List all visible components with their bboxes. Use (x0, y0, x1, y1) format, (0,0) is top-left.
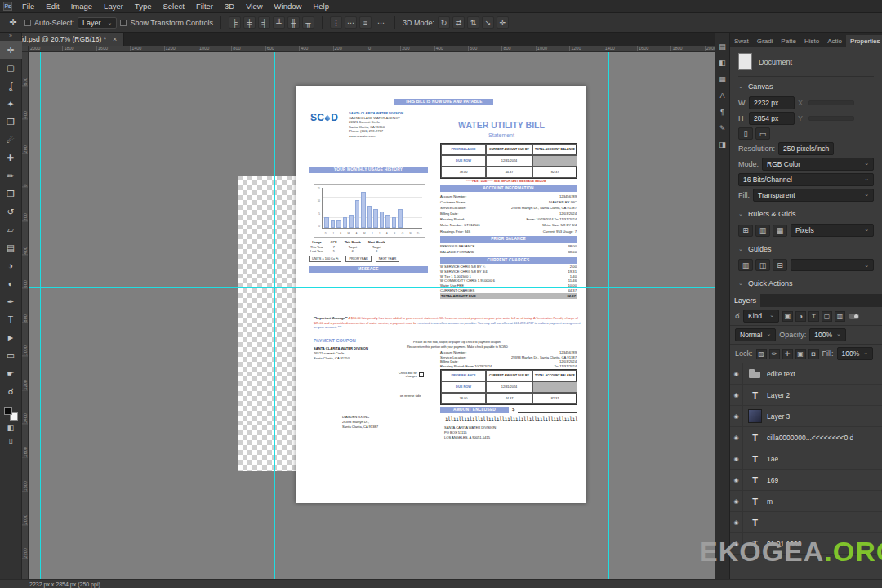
eyedropper-tool-icon[interactable]: ☄ (0, 131, 22, 149)
chevron-down-icon[interactable] (738, 83, 743, 90)
layer-visibility-eye-icon[interactable] (730, 363, 743, 384)
chevron-down-icon[interactable] (738, 280, 743, 287)
type-tool-icon[interactable]: T (0, 310, 22, 328)
menu-item[interactable]: Type (129, 2, 158, 11)
pen-tool-icon[interactable]: ✒ (0, 292, 22, 310)
distribute-even-icon[interactable]: ≡ (359, 16, 372, 29)
align-middle-icon[interactable]: ╫ (287, 16, 300, 29)
bit-depth-select[interactable]: 16 Bits/Channel (738, 173, 874, 186)
adjustments-panel-icon[interactable]: ✎ (719, 124, 726, 132)
dodge-tool-icon[interactable]: ◐ (0, 274, 22, 292)
menu-item[interactable]: 3D (219, 2, 240, 11)
menu-item[interactable]: Filter (190, 2, 219, 11)
landscape-orientation-icon[interactable]: ▭ (755, 127, 770, 140)
3d-scale-icon[interactable]: ✛ (497, 16, 509, 29)
layer-visibility-eye-icon[interactable] (730, 406, 743, 426)
opacity-field[interactable]: 100% (809, 328, 846, 341)
menu-item[interactable]: Layer (98, 2, 129, 11)
eraser-tool-icon[interactable]: ▱ (0, 220, 22, 238)
tab-gradients[interactable]: Gradi (753, 35, 777, 47)
foreground-color-swatch[interactable] (4, 407, 12, 415)
usage-button[interactable]: NEXT YEAR (376, 256, 399, 262)
character-panel-icon[interactable]: A (719, 91, 724, 100)
foreground-background-colors[interactable] (4, 407, 18, 421)
layer-row[interactable]: 169 (730, 470, 882, 491)
healing-brush-tool-icon[interactable]: ✚ (0, 149, 22, 167)
guide-vertical[interactable] (40, 52, 41, 579)
swatches-panel-icon[interactable]: ▤ (719, 42, 726, 51)
lock-artboard-icon[interactable]: ▣ (795, 349, 806, 359)
menu-item[interactable]: File (16, 2, 40, 11)
canvas-area[interactable]: THIS BILL IS NOW DUE AND PAYABLE SCD SAN… (29, 52, 715, 579)
filter-adjustment-layers-icon[interactable]: ◑ (795, 311, 806, 322)
more-options-icon[interactable]: ⋯ (375, 19, 387, 27)
canvas-height-field[interactable]: 2854 px (749, 112, 795, 125)
toggle-rulers-icon[interactable]: ▥ (755, 225, 770, 237)
history-brush-tool-icon[interactable]: ↺ (0, 203, 22, 220)
align-top-icon[interactable]: ╨ (273, 16, 285, 29)
blend-mode-select[interactable]: Normal (735, 328, 776, 341)
amount-entry-line[interactable] (518, 412, 577, 413)
align-center-h-icon[interactable]: ╪ (243, 16, 256, 29)
align-bottom-icon[interactable]: ╥ (302, 16, 314, 29)
menu-item[interactable]: Image (65, 2, 98, 11)
filter-smart-objects-icon[interactable]: ▥ (835, 311, 845, 322)
lock-transparency-icon[interactable]: ▨ (756, 349, 767, 359)
usage-button[interactable]: UNITS = 100 Cu Ft (309, 256, 341, 262)
resolution-field[interactable]: 250 pixels/inch (778, 142, 834, 155)
guide-vertical[interactable] (274, 52, 275, 579)
guide-horizontal[interactable] (29, 287, 715, 288)
path-selection-tool-icon[interactable]: ► (0, 328, 22, 346)
align-left-icon[interactable]: ╞ (229, 16, 241, 29)
3d-roll-icon[interactable]: ⇄ (452, 16, 465, 29)
portrait-orientation-icon[interactable]: ▯ (738, 127, 753, 140)
clone-stamp-tool-icon[interactable]: ❒ (0, 185, 22, 203)
blur-tool-icon[interactable]: ◑ (0, 256, 22, 274)
layer-fill-field[interactable]: 100% (837, 347, 874, 360)
menu-item[interactable]: Select (157, 2, 189, 11)
section-canvas[interactable]: Canvas (738, 77, 874, 94)
filter-shape-layers-icon[interactable]: ▢ (822, 311, 832, 322)
layer-row[interactable]: edite text (730, 363, 882, 385)
layer-visibility-eye-icon[interactable] (730, 448, 743, 469)
menu-item[interactable]: Edit (40, 2, 65, 11)
section-quick-actions[interactable]: Quick Actions (738, 274, 874, 291)
3d-slide-icon[interactable]: ↘ (482, 16, 494, 29)
libraries-panel-icon[interactable]: ◨ (719, 140, 726, 149)
auto-select-checkbox[interactable] (24, 20, 31, 26)
layer-row[interactable]: 01.01.1990 (730, 533, 882, 555)
layer-row[interactable]: Layer 2 (730, 385, 882, 406)
3d-orbit-icon[interactable]: ↻ (438, 16, 450, 29)
color-mode-select[interactable]: RGB Color (762, 158, 874, 171)
toggle-grid-icon[interactable]: ⊞ (738, 225, 753, 237)
gradients-panel-icon[interactable]: ◧ (719, 59, 726, 67)
filter-type-layers-icon[interactable]: T (808, 311, 819, 322)
move-tool-icon[interactable]: ✛ (0, 41, 22, 59)
quick-mask-icon[interactable]: ◧ (7, 424, 15, 437)
zoom-tool-icon[interactable]: ☌ (0, 382, 22, 400)
units-select[interactable]: Pixels (791, 224, 874, 237)
lock-all-icon[interactable]: ◘ (808, 349, 819, 359)
crop-tool-icon[interactable]: ❐ (0, 113, 22, 131)
bill-document[interactable]: THIS BILL IS NOW DUE AND PAYABLE SCD SAN… (296, 86, 586, 503)
align-right-icon[interactable]: ╡ (258, 16, 270, 29)
hand-tool-icon[interactable]: ☛ (0, 364, 22, 382)
shape-tool-icon[interactable]: ▭ (0, 346, 22, 364)
filter-pixel-layers-icon[interactable]: ▣ (782, 311, 793, 322)
chevron-down-icon[interactable] (738, 246, 743, 252)
layer-row[interactable]: m (730, 491, 882, 512)
show-transform-checkbox[interactable] (120, 20, 127, 26)
guide-style-select[interactable] (791, 259, 874, 271)
lasso-tool-icon[interactable]: ʆ (0, 77, 22, 95)
gradient-tool-icon[interactable]: ▤ (0, 238, 22, 256)
patterns-panel-icon[interactable]: ▦ (719, 75, 726, 83)
canvas-width-field[interactable]: 2232 px (749, 96, 795, 109)
menu-item[interactable]: Window (269, 2, 308, 11)
tab-properties[interactable]: Properties (846, 35, 882, 47)
toolbar-collapse-icon[interactable] (9, 33, 12, 41)
layer-visibility-eye-icon[interactable] (730, 533, 743, 554)
tab-patterns[interactable]: Patte (777, 35, 800, 47)
close-tab-icon[interactable] (113, 35, 117, 43)
distribute-vertical-icon[interactable]: ⋮ (330, 16, 342, 29)
tab-swatches[interactable]: Swat (730, 35, 753, 47)
